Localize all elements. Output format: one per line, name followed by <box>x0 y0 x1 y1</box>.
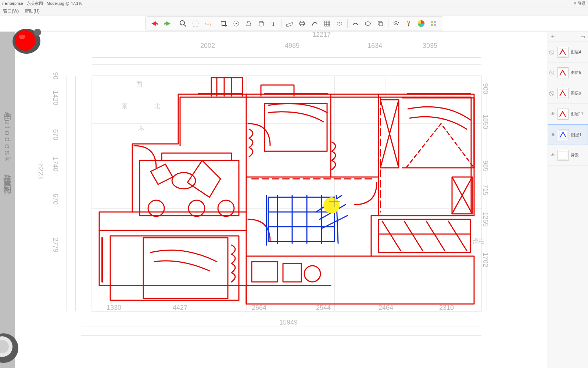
dim-top-total: 12217 <box>312 32 331 39</box>
text-tool[interactable]: T <box>268 18 279 29</box>
svg-rect-9 <box>286 22 293 27</box>
layer-row[interactable]: ⃠图层5 <box>548 63 588 83</box>
layer-visibility-toggle[interactable]: ⃠ <box>550 70 555 76</box>
menu-help[interactable]: 帮助(H) <box>25 8 40 14</box>
dim-top-2: 4985 <box>285 42 300 50</box>
canvas[interactable]: 西 南 北 东 12217 2002 4985 1634 3035 15949 … <box>15 32 548 368</box>
layer-visibility-toggle[interactable]: 👁 <box>550 152 555 158</box>
layer-thumbnail <box>557 47 569 58</box>
layer-thumbnail <box>557 67 569 78</box>
svg-point-0 <box>180 21 184 25</box>
ellipse-tool[interactable] <box>362 18 373 29</box>
crop-tool[interactable] <box>218 18 229 29</box>
svg-rect-79 <box>559 110 567 118</box>
svg-rect-19 <box>431 24 433 26</box>
layer-visibility-toggle[interactable]: 👁 <box>551 132 556 138</box>
svg-rect-76 <box>559 48 567 56</box>
record-puck[interactable] <box>11 26 44 55</box>
title-bar: r Enterprise - 永美家园 --Model.jpg @ 47.1% … <box>0 0 588 7</box>
svg-rect-49 <box>265 103 327 151</box>
svg-rect-80 <box>559 131 567 139</box>
stroke-tool[interactable] <box>350 18 361 29</box>
layer-name: 图层9 <box>571 91 586 96</box>
svg-point-24 <box>34 29 41 36</box>
svg-rect-56 <box>143 238 228 298</box>
main-area: 由 Autodesk 教育版产品制作 西 南 北 东 12217 2002 49… <box>0 32 588 368</box>
color-tool[interactable] <box>416 18 427 29</box>
floorplan-drawing <box>48 50 492 352</box>
watermark-text: 由 Autodesk 教育版产品制作 <box>2 105 13 183</box>
svg-rect-57 <box>252 262 277 282</box>
layer-row[interactable]: 👁背景 <box>548 145 588 166</box>
apps-tool[interactable] <box>428 18 439 29</box>
title-text: r Enterprise - 永美家园 --Model.jpg @ 47.1% <box>2 1 82 6</box>
transform-tool[interactable] <box>231 18 242 29</box>
symmetry-tool[interactable] <box>334 18 345 29</box>
svg-text:T: T <box>272 21 275 27</box>
login-button[interactable]: ✕ 登录 <box>573 1 586 6</box>
layer-row[interactable]: 👁图层11 <box>548 104 588 124</box>
layer-thumbnail <box>558 129 569 140</box>
svg-rect-77 <box>559 69 567 77</box>
svg-text:+: + <box>209 23 212 27</box>
separator <box>388 19 388 28</box>
folder-icon[interactable]: ▭ <box>580 34 585 40</box>
svg-point-6 <box>236 23 237 24</box>
svg-rect-78 <box>559 89 567 98</box>
layer-name: 图层11 <box>571 111 586 117</box>
brush-tool[interactable] <box>403 18 414 29</box>
svg-rect-60 <box>379 219 470 252</box>
toolbar-wrap: + T <box>0 15 588 32</box>
svg-rect-3 <box>205 21 209 25</box>
dim-top-4: 3035 <box>423 42 437 50</box>
svg-point-10 <box>300 21 305 26</box>
layer-name: 图层5 <box>571 70 586 75</box>
redo-button[interactable] <box>162 18 173 29</box>
perspective-tool[interactable] <box>243 18 254 29</box>
svg-point-23 <box>19 35 25 39</box>
separator <box>175 19 175 28</box>
dim-top-1: 2002 <box>200 42 215 50</box>
svg-line-1 <box>184 25 186 26</box>
layer-name: 图层4 <box>571 49 586 55</box>
select-rect-tool[interactable] <box>190 18 201 29</box>
separator <box>282 19 282 28</box>
select-add-tool[interactable]: + <box>202 18 214 29</box>
layer-name: 图层1 <box>571 132 585 138</box>
svg-rect-28 <box>92 76 481 311</box>
ruler-tool[interactable] <box>284 18 295 29</box>
layer-name: 背景 <box>571 152 586 158</box>
layers-header: + ▭ <box>548 32 588 42</box>
layer-visibility-toggle[interactable]: ⃠ <box>550 91 555 96</box>
svg-point-11 <box>300 22 305 25</box>
grid-tool[interactable] <box>322 18 333 29</box>
curve-tool[interactable] <box>309 18 320 29</box>
layer-row[interactable]: ⃠图层4 <box>548 42 588 63</box>
layer-thumbnail <box>557 109 569 120</box>
bucket-tool[interactable] <box>256 18 267 29</box>
svg-rect-20 <box>434 24 436 26</box>
layer-visibility-toggle[interactable]: ⃠ <box>550 49 555 55</box>
svg-rect-55 <box>110 236 239 300</box>
zoom-tool[interactable] <box>178 18 189 29</box>
left-rail: 由 Autodesk 教育版产品制作 <box>0 32 15 368</box>
layer-thumbnail <box>557 88 569 99</box>
layer-thumbnail <box>557 150 569 161</box>
svg-point-13 <box>365 22 370 25</box>
svg-point-7 <box>259 21 263 23</box>
layer-row[interactable]: 👁图层1 <box>548 124 588 145</box>
ellipse-guide-tool[interactable] <box>297 18 308 29</box>
menu-window[interactable]: 窗口(W) <box>3 8 19 14</box>
svg-rect-17 <box>431 21 433 23</box>
copy-tool[interactable] <box>375 18 386 29</box>
layers-tool[interactable] <box>391 18 402 29</box>
main-toolbar: + T <box>145 16 443 31</box>
layer-visibility-toggle[interactable]: 👁 <box>550 111 555 117</box>
undo-button[interactable] <box>149 18 160 29</box>
separator <box>216 19 216 28</box>
add-layer-button[interactable]: + <box>551 33 555 40</box>
layer-list: ⃠图层4⃠图层5⃠图层9👁图层11👁图层1👁背景 <box>548 42 588 166</box>
svg-rect-81 <box>559 151 567 159</box>
secondary-puck[interactable] <box>0 331 21 364</box>
layer-row[interactable]: ⃠图层9 <box>548 83 588 104</box>
